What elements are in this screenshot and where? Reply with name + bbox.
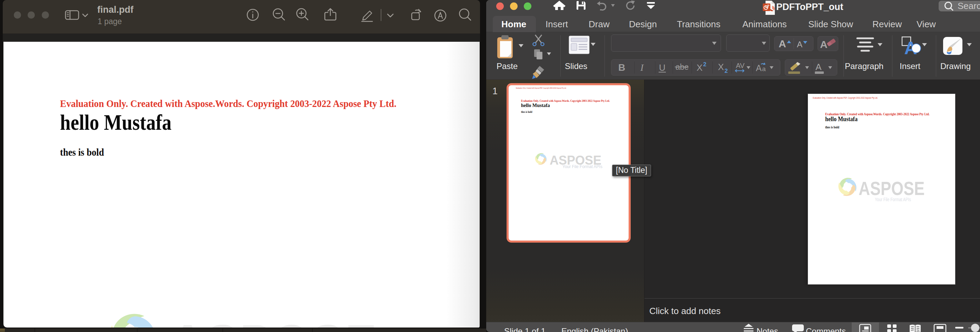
svg-text:a: a	[762, 65, 766, 72]
svg-text:2: 2	[703, 61, 706, 68]
svg-text:2: 2	[724, 68, 728, 74]
svg-text:U: U	[659, 62, 665, 73]
svg-text:X: X	[697, 62, 702, 73]
svg-text:A: A	[779, 38, 786, 49]
svg-text:A: A	[816, 62, 822, 72]
svg-text:A: A	[756, 63, 762, 73]
svg-text:B: B	[618, 62, 625, 73]
svg-text:AV: AV	[736, 62, 745, 69]
svg-text:A: A	[797, 40, 802, 49]
svg-text:A: A	[820, 39, 827, 50]
svg-text:X: X	[718, 62, 724, 72]
svg-text:Searc: Searc	[958, 1, 980, 11]
svg-text:I: I	[640, 62, 644, 73]
